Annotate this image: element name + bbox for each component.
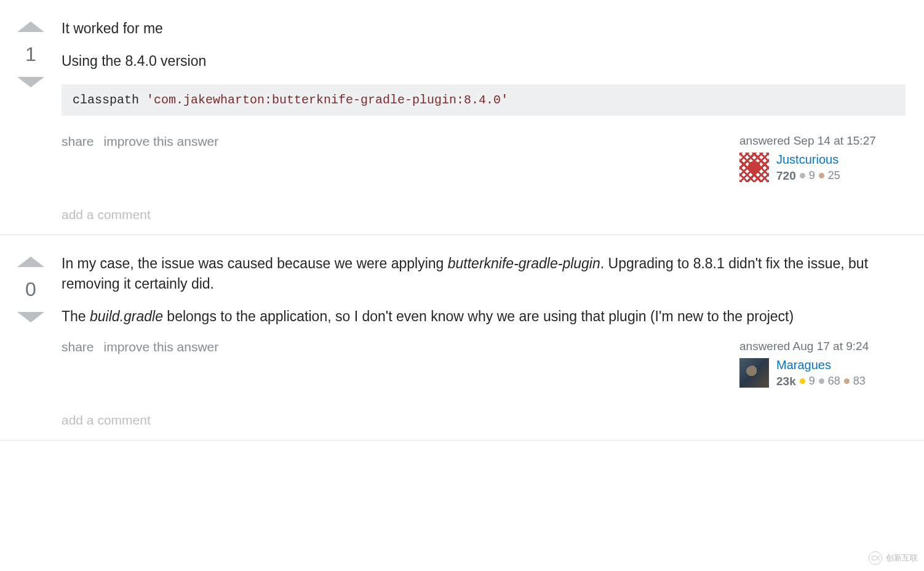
action-row: share improve this answer answered Aug 1… <box>62 340 906 388</box>
user-card: answered Sep 14 at 15:27 Justcurious 720… <box>739 134 906 183</box>
answer: 0 In my case, the issue was caused becau… <box>0 235 924 441</box>
downvote-button[interactable] <box>17 312 44 322</box>
user-info: Justcurious 720 9 25 <box>776 153 840 183</box>
add-comment-link[interactable]: add a comment <box>62 413 906 428</box>
user-name-link[interactable]: Justcurious <box>776 153 840 167</box>
gold-badge-icon <box>800 378 805 384</box>
silver-badge-count: 9 <box>809 169 815 182</box>
action-links: share improve this answer <box>62 134 218 149</box>
share-link[interactable]: share <box>62 340 94 354</box>
answer-text: In my case, the issue was caused because… <box>62 254 906 327</box>
downvote-button[interactable] <box>17 77 44 87</box>
bronze-badge-count: 25 <box>828 169 840 182</box>
avatar[interactable] <box>739 358 769 388</box>
user-row: Justcurious 720 9 25 <box>739 153 906 183</box>
gold-badge-count: 9 <box>809 375 815 388</box>
improve-answer-link[interactable]: improve this answer <box>104 340 219 354</box>
code-block: classpath 'com.jakewharton:butterknife-g… <box>62 84 906 116</box>
vote-column: 1 <box>0 18 62 222</box>
inline-code-italic: build.gradle <box>90 308 163 324</box>
improve-answer-link[interactable]: improve this answer <box>104 134 219 149</box>
vote-count: 0 <box>25 278 36 301</box>
reputation-score: 720 <box>776 169 796 183</box>
answer-paragraph: It worked for me <box>62 18 906 39</box>
answer-body: It worked for me Using the 8.4.0 version… <box>62 18 924 222</box>
upvote-button[interactable] <box>17 257 44 267</box>
upvote-button[interactable] <box>17 22 44 32</box>
share-link[interactable]: share <box>62 134 94 149</box>
inline-code-italic: butterknife-gradle-plugin <box>448 255 600 271</box>
silver-badge-icon <box>819 378 824 384</box>
answer-body: In my case, the issue was caused because… <box>62 254 924 428</box>
bronze-badge-icon <box>819 173 824 178</box>
answer-paragraph: The build.gradle belongs to the applicat… <box>62 306 906 327</box>
action-row: share improve this answer answered Sep 1… <box>62 134 906 183</box>
action-links: share improve this answer <box>62 340 218 354</box>
answered-timestamp: answered Sep 14 at 15:27 <box>739 134 906 148</box>
bronze-badge-count: 83 <box>853 375 866 388</box>
answered-timestamp: answered Aug 17 at 9:24 <box>739 340 906 353</box>
bronze-badge-icon <box>844 378 850 384</box>
answer-paragraph: In my case, the issue was caused because… <box>62 254 906 295</box>
code-keyword: classpath <box>73 93 146 107</box>
answer-paragraph: Using the 8.4.0 version <box>62 51 906 71</box>
user-row: Maragues 23k 9 68 83 <box>739 358 906 388</box>
add-comment-link[interactable]: add a comment <box>62 207 906 222</box>
reputation-score: 23k <box>776 375 796 388</box>
user-stats: 23k 9 68 83 <box>776 375 866 388</box>
silver-badge-count: 68 <box>828 375 840 388</box>
user-stats: 720 9 25 <box>776 169 840 183</box>
silver-badge-icon <box>800 173 805 178</box>
vote-column: 0 <box>0 254 62 428</box>
user-info: Maragues 23k 9 68 83 <box>776 358 866 388</box>
vote-count: 1 <box>25 43 36 66</box>
user-card: answered Aug 17 at 9:24 Maragues 23k 9 6… <box>739 340 906 388</box>
avatar[interactable] <box>739 153 769 182</box>
answer-text: It worked for me Using the 8.4.0 version… <box>62 18 906 116</box>
user-name-link[interactable]: Maragues <box>776 358 866 372</box>
answer: 1 It worked for me Using the 8.4.0 versi… <box>0 0 924 235</box>
code-string: 'com.jakewharton:butterknife-gradle-plug… <box>146 93 508 107</box>
